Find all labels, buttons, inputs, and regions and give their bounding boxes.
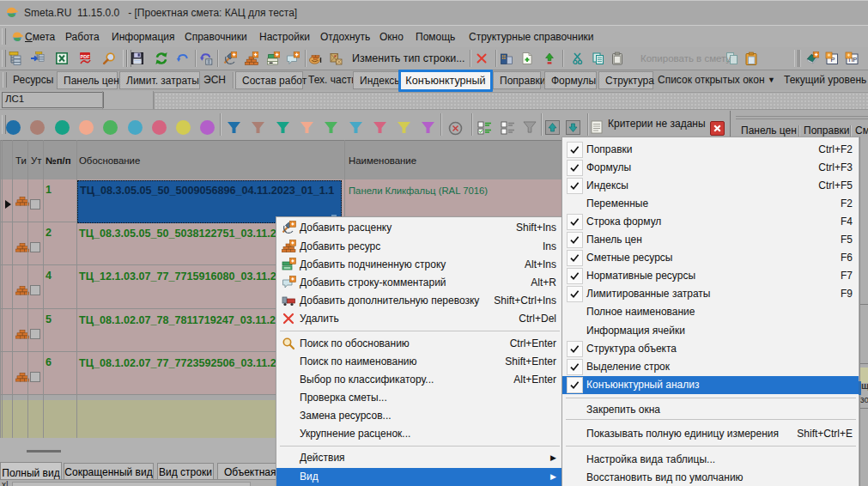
- svg-text:PDF: PDF: [81, 54, 91, 59]
